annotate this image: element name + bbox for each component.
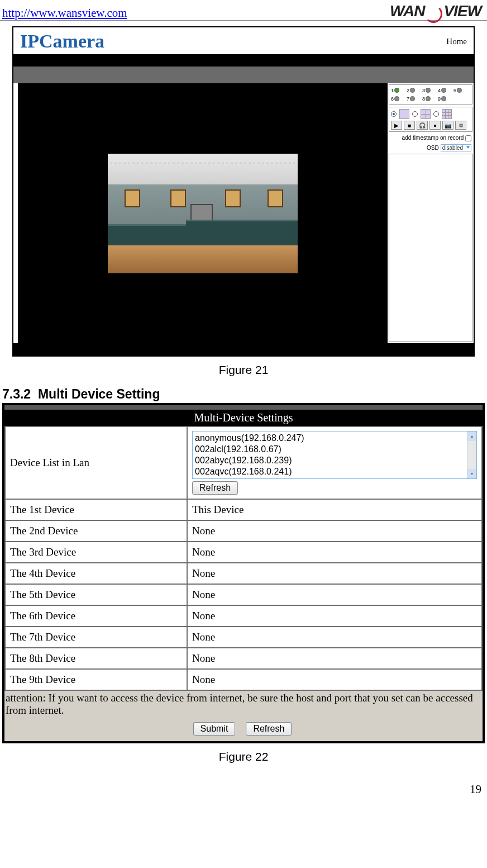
settings-button[interactable]: ⚙	[455, 121, 466, 130]
osd-label: OSD	[427, 145, 439, 151]
layout-9-icon[interactable]	[442, 109, 452, 119]
table-row: The 1st DeviceThis Device	[5, 499, 482, 520]
snapshot-button[interactable]: 📷	[442, 121, 453, 130]
section-number: 7.3.2	[2, 387, 31, 401]
device-2-value[interactable]: None	[187, 520, 482, 542]
section-title: Multi Device Setting	[38, 387, 160, 401]
control-panel: 1 2 3 4 5 6 7 8 9	[388, 83, 474, 343]
channel-1[interactable]: 1	[391, 87, 405, 94]
figure-21-container: IPCamera Home	[0, 21, 487, 357]
record-button[interactable]: ●	[429, 121, 441, 130]
logo-prefix: WAN	[390, 2, 424, 20]
figure-22-caption: Figure 22	[0, 750, 487, 763]
device-list-label: Device List in Lan	[5, 426, 187, 499]
device-4-value[interactable]: None	[187, 563, 482, 584]
layout-1-radio[interactable]	[391, 111, 397, 117]
settings-footer: attention: If you want to access the dev…	[4, 691, 483, 741]
attention-text: attention: If you want to access the dev…	[6, 692, 479, 717]
video-viewport[interactable]	[18, 83, 388, 343]
multi-device-title: Multi-Device Settings	[4, 410, 483, 426]
section-heading: 7.3.2 Multi Device Setting	[0, 387, 487, 402]
table-row: The 8th DeviceNone	[5, 648, 482, 669]
page-number: 19	[0, 774, 487, 800]
table-row: The 2nd DeviceNone	[5, 520, 482, 542]
list-item[interactable]: 002abyc(192.168.0.239)	[195, 455, 475, 466]
page-header: http://www.wansview.com WANVIEW	[0, 0, 487, 21]
app-title: IPCamera	[20, 31, 104, 52]
list-item[interactable]: 002alcl(192.168.0.67)	[195, 444, 475, 455]
osd-select[interactable]: disabled	[441, 144, 471, 151]
layout-4-radio[interactable]	[412, 111, 418, 117]
empty-panel	[389, 154, 472, 342]
list-item[interactable]: 002aqvc(192.168.0.241)	[195, 466, 475, 477]
logo-suffix: VIEW	[443, 2, 481, 20]
scroll-up-icon[interactable]: ▴	[467, 431, 476, 441]
device-1-value[interactable]: This Device	[187, 499, 482, 520]
submit-button[interactable]: Submit	[193, 722, 236, 736]
table-row: The 5th DeviceNone	[5, 584, 482, 605]
channel-9[interactable]: 9	[438, 95, 452, 102]
layout-1-icon[interactable]	[399, 109, 409, 119]
table-row: The 3rd DeviceNone	[5, 542, 482, 563]
scrollbar[interactable]: ▴▾	[467, 431, 476, 478]
osd-row: OSD disabled	[388, 143, 474, 153]
timestamp-checkbox[interactable]	[465, 135, 471, 141]
table-row: The 9th DeviceNone	[5, 669, 482, 690]
refresh-list-button[interactable]: Refresh	[192, 481, 238, 495]
layout-4-icon[interactable]	[421, 109, 431, 119]
channel-5[interactable]: 5	[453, 87, 468, 94]
device-9-value[interactable]: None	[187, 669, 482, 690]
table-row: The 7th DeviceNone	[5, 627, 482, 648]
channel-selector: 1 2 3 4 5 6 7 8 9	[389, 84, 472, 105]
audio-button[interactable]: 🎧	[417, 121, 428, 130]
channel-8[interactable]: 8	[422, 95, 437, 102]
home-link[interactable]: Home	[446, 37, 467, 46]
layout-9-radio[interactable]	[433, 111, 439, 117]
device-table: Device List in Lan anonymous(192.168.0.2…	[4, 426, 483, 691]
device-8-value[interactable]: None	[187, 648, 482, 669]
scroll-down-icon[interactable]: ▾	[467, 469, 476, 478]
stop-button[interactable]: ■	[404, 121, 415, 130]
device-listbox[interactable]: anonymous(192.168.0.247) 002alcl(192.168…	[192, 431, 477, 479]
timestamp-label: add timestamp on record	[402, 135, 464, 141]
channel-6[interactable]: 6	[391, 95, 405, 102]
table-row: The 6th DeviceNone	[5, 605, 482, 627]
device-6-value[interactable]: None	[187, 605, 482, 627]
channel-7[interactable]: 7	[407, 95, 421, 102]
swirl-icon	[424, 5, 443, 20]
header-url-link[interactable]: http://www.wansview.com	[2, 6, 127, 20]
camera-feed-image	[108, 154, 298, 273]
channel-3[interactable]: 3	[422, 87, 437, 94]
channel-2[interactable]: 2	[407, 87, 421, 94]
play-button[interactable]: ▶	[391, 121, 402, 130]
layout-controls: ▶ ■ 🎧 ● 📷 ⚙	[389, 107, 472, 132]
list-item[interactable]: anonymous(192.168.0.247)	[195, 433, 475, 444]
timestamp-row: add timestamp on record	[388, 133, 474, 143]
brand-logo: WANVIEW	[390, 2, 481, 20]
device-5-value[interactable]: None	[187, 584, 482, 605]
toolbar	[13, 67, 474, 83]
channel-4[interactable]: 4	[438, 87, 452, 94]
refresh-button[interactable]: Refresh	[246, 722, 292, 736]
device-3-value[interactable]: None	[187, 542, 482, 563]
table-row: The 4th DeviceNone	[5, 563, 482, 584]
figure-21-caption: Figure 21	[0, 363, 487, 377]
figure-22-container: Multi-Device Settings Device List in Lan…	[0, 402, 487, 743]
device-7-value[interactable]: None	[187, 627, 482, 648]
